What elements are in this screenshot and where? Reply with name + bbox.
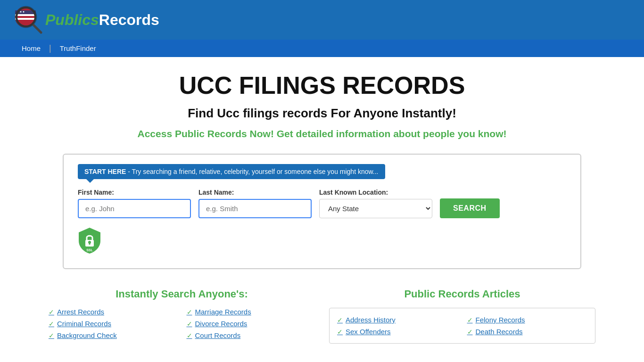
link-address-history[interactable]: ✓ Address History <box>337 316 458 324</box>
logo-publics: Publics <box>45 11 99 28</box>
tooltip-start: START HERE <box>84 168 126 175</box>
last-name-label: Last Name: <box>198 189 312 196</box>
check-icon-arrest: ✓ <box>49 308 54 316</box>
link-marriage-records[interactable]: ✓ Marriage Records <box>187 308 315 316</box>
link-death-records[interactable]: ✓ Death Records <box>467 328 588 336</box>
page-subtitle: Find Ucc filings records For Anyone Inst… <box>9 106 635 121</box>
check-icon-divorce: ✓ <box>187 320 192 328</box>
logo-icon <box>14 6 42 34</box>
link-background-check[interactable]: ✓ Background Check <box>49 331 177 339</box>
last-name-input[interactable] <box>198 199 312 218</box>
svg-rect-2 <box>15 18 36 20</box>
articles-grid: ✓ Address History ✓ Felony Records ✓ Sex… <box>337 316 587 336</box>
bottom-sections: Instantly Search Anyone's: ✓ Arrest Reco… <box>39 288 605 344</box>
main-content: UCC FILINGS RECORDS Find Ucc filings rec… <box>0 57 644 358</box>
last-name-group: Last Name: <box>198 189 312 218</box>
instantly-title: Instantly Search Anyone's: <box>49 288 315 300</box>
link-background-label: Background Check <box>57 331 117 339</box>
svg-point-6 <box>23 11 25 13</box>
instantly-section: Instantly Search Anyone's: ✓ Arrest Reco… <box>49 288 315 344</box>
link-sex-offenders-label: Sex Offenders <box>346 328 391 336</box>
location-label: Last Known Location: <box>319 189 432 196</box>
nav-home[interactable]: Home <box>14 40 48 57</box>
state-select[interactable]: Any State AlabamaAlaskaArizona ArkansasC… <box>319 199 432 218</box>
link-address-label: Address History <box>346 316 396 324</box>
check-icon-felony: ✓ <box>467 316 473 324</box>
first-name-label: First Name: <box>78 189 191 196</box>
link-felony-records[interactable]: ✓ Felony Records <box>467 316 588 324</box>
first-name-group: First Name: <box>78 189 191 218</box>
svg-rect-12 <box>89 242 91 245</box>
first-name-input[interactable] <box>78 199 191 218</box>
svg-line-8 <box>33 25 41 33</box>
logo-text: PublicsRecords <box>45 11 159 29</box>
link-criminal-records[interactable]: ✓ Criminal Records <box>49 320 177 328</box>
link-marriage-label: Marriage Records <box>195 308 251 316</box>
tooltip-banner: START HERE - Try searching a friend, rel… <box>78 164 385 179</box>
check-icon-address: ✓ <box>337 316 343 324</box>
articles-box: ✓ Address History ✓ Felony Records ✓ Sex… <box>329 308 595 344</box>
svg-rect-1 <box>15 14 36 16</box>
nav: Home | TruthFinder <box>0 40 644 57</box>
link-sex-offenders[interactable]: ✓ Sex Offenders <box>337 328 458 336</box>
check-icon-criminal: ✓ <box>49 320 54 328</box>
link-criminal-label: Criminal Records <box>57 320 111 328</box>
instantly-links-grid: ✓ Arrest Records ✓ Marriage Records ✓ Cr… <box>49 308 315 339</box>
check-icon-sex-offenders: ✓ <box>337 328 343 336</box>
header: PublicsRecords <box>0 0 644 40</box>
svg-point-5 <box>20 11 22 13</box>
link-arrest-label: Arrest Records <box>57 308 104 316</box>
nav-truthfinder[interactable]: TruthFinder <box>52 40 104 57</box>
tooltip-text: - Try searching a friend, relative, cele… <box>126 168 378 175</box>
link-death-label: Death Records <box>476 328 523 336</box>
link-divorce-records[interactable]: ✓ Divorce Records <box>187 320 315 328</box>
ssl-shield-icon: SSL <box>78 227 101 254</box>
check-icon-marriage: ✓ <box>187 308 192 316</box>
link-divorce-label: Divorce Records <box>195 320 248 328</box>
articles-section: Public Records Articles ✓ Address Histor… <box>329 288 595 344</box>
check-icon-background: ✓ <box>49 332 54 339</box>
location-group: Last Known Location: Any State AlabamaAl… <box>319 189 432 218</box>
page-title: UCC FILINGS RECORDS <box>9 71 635 99</box>
form-row: First Name: Last Name: Last Known Locati… <box>78 189 566 218</box>
check-icon-death: ✓ <box>467 328 473 336</box>
search-box: START HERE - Try searching a friend, rel… <box>63 154 581 269</box>
articles-title: Public Records Articles <box>329 288 595 300</box>
logo: PublicsRecords <box>14 6 159 34</box>
link-arrest-records[interactable]: ✓ Arrest Records <box>49 308 177 316</box>
link-court-records[interactable]: ✓ Court Records <box>187 331 315 339</box>
logo-records: Records <box>99 11 159 28</box>
link-court-label: Court Records <box>195 331 241 339</box>
link-felony-label: Felony Records <box>476 316 525 324</box>
search-button[interactable]: SEARCH <box>440 198 500 218</box>
check-icon-court: ✓ <box>187 332 192 339</box>
ssl-badge: SSL <box>78 227 566 254</box>
svg-text:SSL: SSL <box>86 248 93 252</box>
page-access: Access Public Records Now! Get detailed … <box>9 128 635 140</box>
nav-divider: | <box>49 43 51 53</box>
